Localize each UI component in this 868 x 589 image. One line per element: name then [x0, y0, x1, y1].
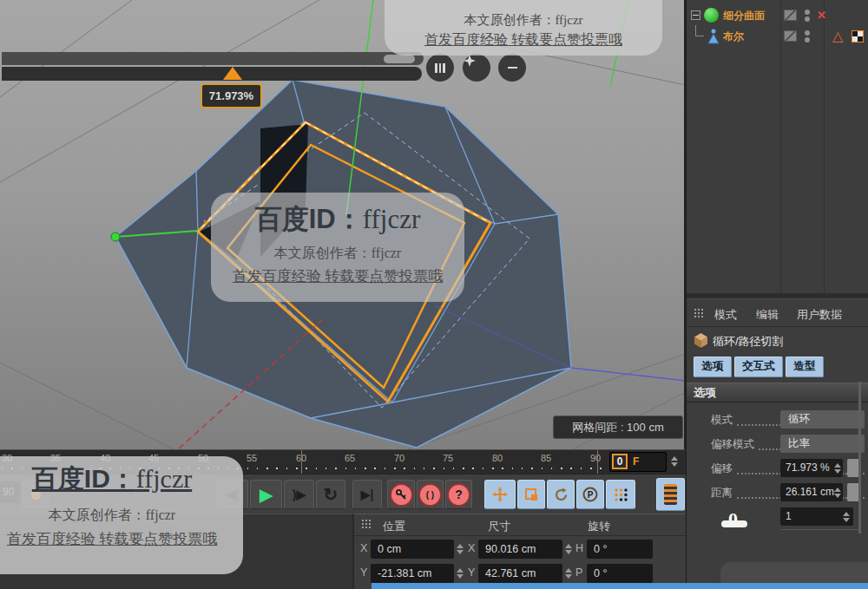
divider — [354, 535, 687, 536]
stepper-arrows[interactable] — [457, 544, 464, 554]
watermark-promo-line: 首发百度经验 转载要点赞投票哦 — [211, 266, 464, 286]
key-rotation-toggle[interactable] — [547, 480, 575, 509]
preview-range-marker[interactable] — [301, 450, 302, 474]
size-y-input[interactable]: 42.761 cm — [478, 564, 562, 583]
z-axis — [571, 368, 686, 381]
watermark-id-line: 百度ID：ffjczr — [0, 461, 243, 497]
loop-mode-button[interactable]: ↻ — [316, 480, 345, 509]
viewport-rotate-button[interactable] — [498, 54, 526, 82]
tab-interactive[interactable]: 交互式 — [734, 357, 783, 377]
star-icon — [463, 54, 477, 68]
goto-end-button[interactable]: ▶| — [352, 480, 382, 509]
watermark-fragment-bar — [721, 520, 747, 527]
delete-icon[interactable]: ✕ — [817, 9, 826, 22]
grip-icon[interactable] — [361, 519, 372, 530]
open-timeline-button[interactable] — [656, 478, 685, 511]
field-row-mode: 模式 循环 — [687, 408, 868, 432]
grid-spacing-label: 网格间距 : 100 cm — [553, 416, 683, 439]
hud-slider-thumb[interactable] — [384, 55, 415, 63]
position-y-input[interactable]: -21.381 cm — [371, 564, 454, 583]
visibility-dot-top[interactable] — [805, 10, 810, 15]
field-underline — [780, 529, 858, 530]
coord-row-y: Y -21.381 cm Y 42.761 cm P 0 ° — [354, 564, 687, 583]
window-edge-highlight — [372, 583, 868, 589]
object-label[interactable]: 细分曲面 — [723, 9, 765, 23]
stepper-arrows[interactable] — [565, 544, 573, 554]
play-button[interactable]: ▶ — [250, 480, 282, 509]
current-frame-field[interactable]: 0 F — [609, 452, 667, 472]
viewport-pan-button[interactable] — [426, 54, 454, 82]
section-header-options[interactable]: 选项 — [687, 383, 868, 402]
svg-text:P: P — [588, 490, 594, 500]
rotation-h-input[interactable]: 0 ° — [587, 540, 653, 559]
viewport-zoom-button[interactable] — [463, 54, 490, 82]
goto-next-key-button[interactable]: )▶ — [284, 480, 314, 509]
key-pla-toggle[interactable] — [606, 480, 635, 509]
keyframe-selection-button[interactable]: ? — [445, 480, 472, 509]
boole-icon[interactable] — [706, 28, 721, 45]
axis-label: X — [360, 542, 367, 554]
hud-slider-bar[interactable] — [2, 67, 422, 81]
panel-scroll-edge[interactable] — [858, 382, 861, 533]
position-header: 位置 — [383, 519, 405, 534]
watermark-bottom-left: 百度ID：ffjczr 本文原创作者：ffjczr 首发百度经验 转载要点赞投票… — [0, 456, 243, 574]
position-x-input[interactable]: 0 cm — [371, 540, 454, 559]
watermark-fragment: 0 — [728, 508, 738, 531]
axis-label: H — [575, 542, 583, 554]
field-row-offset: 偏移 71.973 % — [687, 456, 868, 481]
key-scale-toggle[interactable] — [517, 480, 545, 509]
stepper-arrows[interactable] — [834, 463, 842, 474]
offset-slider-marker[interactable] — [223, 67, 242, 80]
tree-branch-line — [695, 25, 704, 36]
object-row-boole[interactable]: 布尔 △ — [687, 27, 868, 46]
axis-label: P — [575, 566, 582, 579]
frame-unit-label: F — [633, 455, 639, 468]
visibility-dot-bottom[interactable] — [805, 37, 810, 43]
grip-icon[interactable] — [694, 308, 705, 319]
cube-tool-icon — [693, 332, 709, 349]
stepper-arrows[interactable] — [457, 568, 464, 579]
phong-tag-icon[interactable]: △ — [832, 28, 843, 44]
layer-toggle-icon[interactable] — [784, 10, 797, 21]
axis-label: X — [468, 542, 475, 554]
menu-user-data[interactable]: 用户数据 — [797, 307, 842, 323]
offset-value-tooltip: 71.973% — [201, 83, 262, 108]
hud-slider-track[interactable] — [2, 52, 424, 65]
stepper-arrows[interactable] — [565, 568, 573, 579]
visibility-dot-bottom[interactable] — [805, 16, 810, 22]
object-label[interactable]: 布尔 — [723, 29, 744, 44]
texture-tag-icon[interactable] — [852, 30, 864, 43]
attribute-tabs: 选项 交互式 造型 — [687, 355, 868, 381]
c4d-window: 71.973% 网格间距 : 100 cm 百度ID：ffjczr 本文原创作者… — [0, 0, 868, 589]
mode-dropdown[interactable]: 循环 — [780, 410, 865, 429]
viewport-3d[interactable]: 71.973% 网格间距 : 100 cm 百度ID：ffjczr 本文原创作者… — [0, 0, 686, 449]
frame-value[interactable]: 0 — [612, 454, 628, 469]
record-keyframe-button[interactable] — [387, 480, 415, 509]
key-position-toggle[interactable] — [484, 480, 516, 509]
offset-mode-dropdown[interactable]: 比率 — [780, 435, 865, 453]
tick-label: 65 — [339, 453, 360, 463]
playhead[interactable] — [597, 450, 598, 474]
rotation-p-input[interactable]: 0 ° — [587, 564, 653, 583]
axis-handle-dot[interactable] — [111, 232, 120, 241]
autokey-button[interactable]: ( ) — [417, 480, 444, 509]
frame-stepper[interactable] — [671, 456, 679, 467]
layer-toggle-icon[interactable] — [784, 30, 797, 42]
key-parameter-toggle[interactable]: P — [576, 480, 604, 509]
panel-splitter[interactable] — [687, 293, 868, 299]
visibility-dot-top[interactable] — [805, 30, 810, 36]
menu-edit[interactable]: 编辑 — [756, 307, 779, 323]
stepper-arrows[interactable] — [843, 512, 851, 522]
tab-modeling[interactable]: 造型 — [786, 357, 824, 377]
object-row-subdivision[interactable]: 细分曲面 ✕ — [687, 6, 868, 25]
size-x-input[interactable]: 90.016 cm — [478, 540, 562, 559]
right-panel: 细分曲面 ✕ 布尔 △ 模式 编辑 用户数据 — [686, 0, 868, 589]
subdivision-surface-icon[interactable] — [704, 8, 719, 23]
menu-mode[interactable]: 模式 — [714, 307, 737, 323]
stepper-arrows[interactable] — [834, 488, 842, 498]
expand-toggle-icon[interactable] — [691, 10, 700, 20]
rotate-icon — [554, 488, 569, 502]
slider-handle[interactable] — [847, 483, 859, 501]
tab-options[interactable]: 选项 — [694, 357, 732, 377]
slider-handle[interactable] — [847, 459, 859, 477]
